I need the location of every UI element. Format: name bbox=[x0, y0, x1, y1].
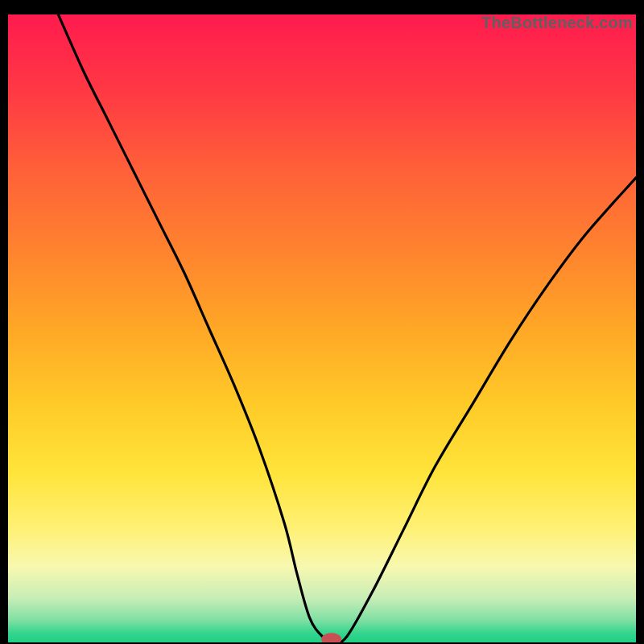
chart-frame: TheBottleneck.com bbox=[8, 14, 636, 642]
bottleneck-plot bbox=[8, 14, 636, 642]
watermark-label: TheBottleneck.com bbox=[481, 14, 633, 32]
